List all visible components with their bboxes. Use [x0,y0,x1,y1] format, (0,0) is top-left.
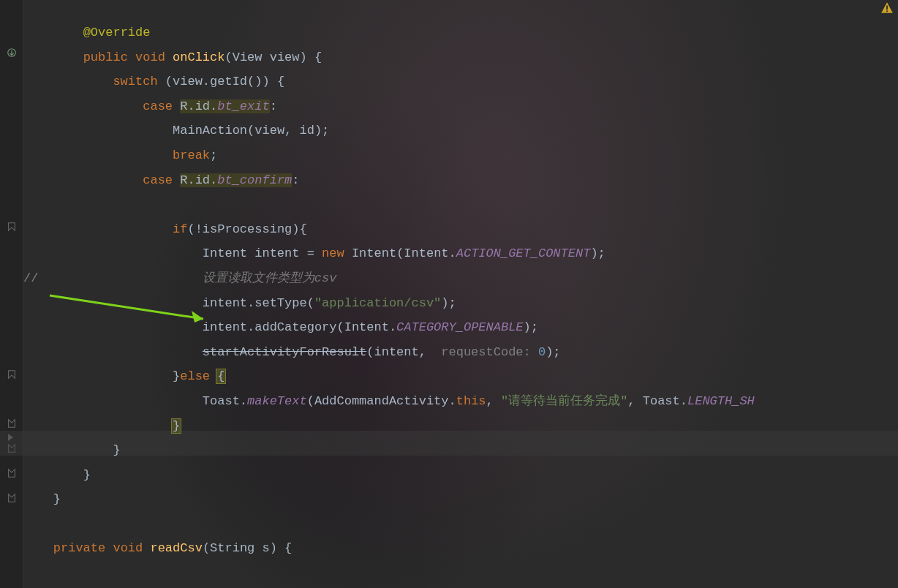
fold-end-icon[interactable] [7,468,17,478]
code-content[interactable]: @Override public void onClick(View view)… [23,20,898,561]
fold-end-icon[interactable] [7,493,17,503]
code-editor[interactable]: @Override public void onClick(View view)… [23,0,898,561]
fold-end-icon[interactable] [7,418,17,429]
fold-icon[interactable] [7,222,17,232]
fold-icon[interactable] [7,369,17,380]
override-gutter-icon[interactable] [7,48,17,58]
annotation-override: @Override [83,26,151,39]
editor-gutter[interactable] [0,0,23,588]
